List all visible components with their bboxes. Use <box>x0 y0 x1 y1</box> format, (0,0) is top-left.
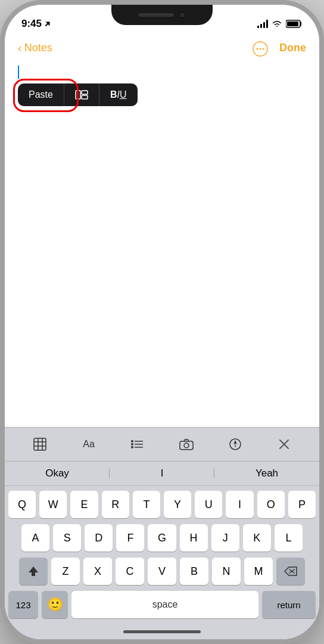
table-icon <box>33 437 47 451</box>
svg-rect-20 <box>180 441 193 450</box>
key-j[interactable]: J <box>211 524 239 552</box>
nav-bar: ‹ Notes Done <box>5 35 319 63</box>
key-l[interactable]: L <box>275 524 303 552</box>
return-key[interactable]: return <box>262 591 316 618</box>
camera <box>179 11 186 18</box>
key-row-4: 123 🙂 space return <box>8 591 316 618</box>
key-k[interactable]: K <box>243 524 271 552</box>
key-z[interactable]: Z <box>51 558 80 585</box>
key-v[interactable]: V <box>148 558 176 585</box>
key-t[interactable]: T <box>133 491 160 518</box>
shift-icon <box>27 565 39 577</box>
keyboard: Q W E R T Y U I O P A S D F G H J K <box>5 486 319 627</box>
format-label: Aa <box>83 439 95 450</box>
svg-rect-9 <box>34 438 46 450</box>
close-button[interactable] <box>273 434 295 455</box>
numbers-key[interactable]: 123 <box>8 591 38 618</box>
speaker <box>138 13 174 17</box>
key-row-1: Q W E R T Y U I O P <box>8 491 316 518</box>
svg-rect-7 <box>82 91 88 94</box>
key-g[interactable]: G <box>148 524 176 552</box>
space-key[interactable]: space <box>71 591 258 618</box>
key-a[interactable]: A <box>21 524 49 552</box>
home-indicator <box>5 627 319 639</box>
done-button[interactable]: Done <box>279 42 306 54</box>
wifi-icon <box>272 20 282 28</box>
compass-icon <box>229 438 242 451</box>
svg-point-5 <box>263 48 264 49</box>
key-o[interactable]: O <box>257 491 285 518</box>
emoji-key[interactable]: 🙂 <box>42 591 68 618</box>
key-f[interactable]: F <box>116 524 144 552</box>
key-q[interactable]: Q <box>8 491 36 518</box>
svg-rect-6 <box>76 91 80 99</box>
biu-button[interactable]: BIU <box>99 83 138 106</box>
note-area[interactable]: Paste BIU <box>5 63 319 427</box>
more-button[interactable] <box>252 39 269 57</box>
key-r[interactable]: R <box>102 491 129 518</box>
camera-icon <box>179 438 194 450</box>
key-y[interactable]: Y <box>164 491 191 518</box>
nav-actions: Done <box>252 39 306 57</box>
key-x[interactable]: X <box>83 558 112 585</box>
backspace-key[interactable] <box>276 558 305 585</box>
backspace-icon <box>284 566 297 576</box>
autocorrect-word-1[interactable]: I <box>110 466 214 481</box>
style-icon <box>75 89 88 100</box>
key-c[interactable]: C <box>116 558 144 585</box>
key-u[interactable]: U <box>195 491 222 518</box>
svg-point-3 <box>257 48 258 49</box>
chevron-left-icon: ‹ <box>18 41 22 55</box>
screen: 9:45 <box>5 5 319 639</box>
format-button[interactable]: Aa <box>77 434 100 455</box>
list-icon <box>130 438 145 450</box>
svg-rect-1 <box>287 21 298 26</box>
key-i[interactable]: I <box>226 491 253 518</box>
svg-point-4 <box>260 48 261 49</box>
paste-button[interactable]: Paste <box>18 83 64 106</box>
context-menu-wrapper: Paste BIU <box>18 83 138 113</box>
table-button[interactable] <box>29 434 51 455</box>
svg-point-15 <box>131 443 133 445</box>
share-button[interactable] <box>224 434 247 455</box>
key-m[interactable]: M <box>244 558 273 585</box>
signal-bars <box>257 20 268 28</box>
phone-frame: 9:45 <box>0 0 324 644</box>
shift-key[interactable] <box>19 558 48 585</box>
style-button[interactable] <box>64 83 99 107</box>
key-p[interactable]: P <box>288 491 316 518</box>
key-h[interactable]: H <box>180 524 208 552</box>
status-time: 9:45 <box>21 18 51 30</box>
camera-button[interactable] <box>175 434 198 455</box>
battery-icon <box>286 20 303 28</box>
keyboard-toolbar: Aa <box>5 427 319 462</box>
notch <box>111 5 213 25</box>
key-d[interactable]: D <box>85 524 113 552</box>
key-e[interactable]: E <box>70 491 98 518</box>
key-b[interactable]: B <box>180 558 208 585</box>
autocorrect-bar: Okay I Yeah <box>5 462 319 486</box>
location-icon <box>44 20 51 27</box>
more-icon <box>252 41 269 57</box>
key-row-3: Z X C V B N M <box>8 558 316 585</box>
key-s[interactable]: S <box>53 524 81 552</box>
status-icons <box>257 20 303 28</box>
context-menu: Paste BIU <box>18 83 138 107</box>
svg-point-21 <box>184 443 189 448</box>
svg-point-14 <box>131 440 133 442</box>
close-icon <box>279 439 289 450</box>
autocorrect-word-0[interactable]: Okay <box>5 466 110 481</box>
key-row-2: A S D F G H J K L <box>8 524 316 552</box>
back-label: Notes <box>24 42 52 54</box>
text-cursor <box>18 66 19 79</box>
list-button[interactable] <box>126 434 149 455</box>
autocorrect-word-2[interactable]: Yeah <box>214 466 319 481</box>
key-n[interactable]: N <box>212 558 241 585</box>
back-button[interactable]: ‹ Notes <box>18 41 52 55</box>
key-w[interactable]: W <box>39 491 67 518</box>
svg-point-19 <box>131 446 133 448</box>
home-bar <box>123 630 201 633</box>
svg-rect-8 <box>82 95 88 99</box>
